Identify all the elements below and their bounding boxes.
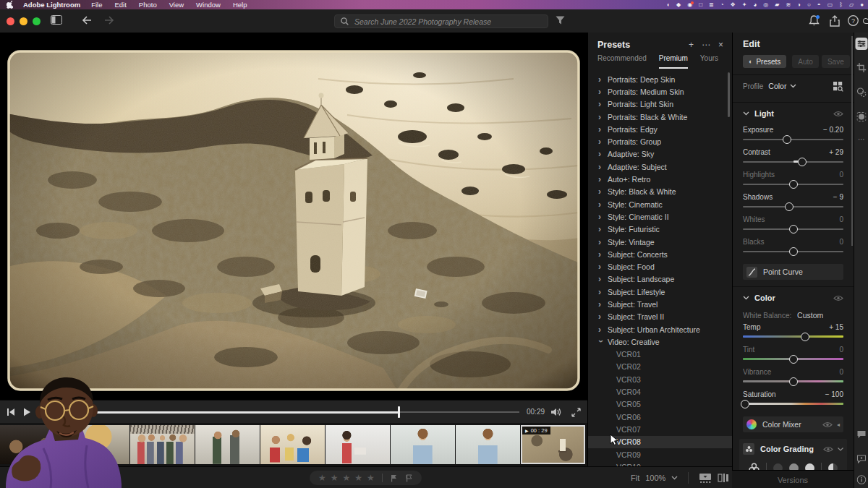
preset-group-style-black-white[interactable]: ›Style: Black & White [588,186,733,198]
headset-icon[interactable]: ◖ [666,0,670,9]
eye-icon[interactable] [823,446,833,453]
color-mixer-button[interactable]: Color Mixer ◂ [743,416,843,432]
step-back-icon[interactable] [6,407,16,417]
slider-temp[interactable]: Temp+ 15 [743,322,843,342]
white-balance-row[interactable]: White Balance: Custom [743,311,843,320]
star-icon[interactable]: ★ [354,471,362,485]
presets-button[interactable]: ◐ Presets [743,55,786,68]
preset-group-portraits-deep-skin[interactable]: ›Portraits: Deep Skin [588,73,733,85]
minimize-window-button[interactable] [20,17,27,25]
slider-track[interactable] [743,134,843,145]
preset-group-subject-urban-architecture[interactable]: ›Subject: Urban Architecture [588,323,733,335]
versions-bar[interactable]: Versions [732,470,854,488]
spotlight-search-icon[interactable]: ○ [807,0,811,9]
chevron-right-icon[interactable]: › [598,212,608,222]
star-icon[interactable]: ★ [318,471,326,485]
wifi-icon[interactable]: ≋ [786,0,791,9]
slider-blacks[interactable]: Blacks0 [743,237,843,257]
preset-item-vcr03[interactable]: VCR03 [588,373,733,385]
chevron-right-icon[interactable]: › [598,99,608,109]
clip-interior[interactable] [0,425,64,464]
cloud-sync-icon[interactable] [863,17,868,25]
menu-edit[interactable]: Edit [114,1,126,9]
slider-thumb[interactable] [783,135,791,144]
preset-group-portraits-black-white[interactable]: ›Portraits: Black & White [588,111,733,123]
color-grading-header[interactable]: Color Grading [743,442,843,456]
chevron-right-icon[interactable]: › [598,174,608,184]
add-preset-icon[interactable]: + [689,40,694,50]
preset-group-portraits-medium-skin[interactable]: ›Portraits: Medium Skin [588,85,733,98]
preset-group-style-futuristic[interactable]: ›Style: Futuristic [588,223,733,236]
preset-group-portraits-light-skin[interactable]: ›Portraits: Light Skin [588,98,733,111]
slider-thumb[interactable] [789,225,798,234]
clip-woman-blonde[interactable] [65,425,129,464]
preset-group-style-cinematic[interactable]: ›Style: Cinematic [588,198,733,210]
bluetooth-icon[interactable]: ᛒ [839,0,843,9]
preset-group-subject-travel[interactable]: ›Subject: Travel [588,298,733,310]
menu-help[interactable]: Help [233,1,247,9]
profile-value[interactable]: Color [768,82,786,90]
preset-item-vcr01[interactable]: VCR01 [588,348,733,361]
preset-item-vcr04[interactable]: VCR04 [588,385,733,398]
slider-vibrance[interactable]: Vibrance0 [743,367,843,387]
clip-office-group[interactable] [130,425,195,464]
globe-dark-icon[interactable]: ◕ [753,0,757,9]
slider-track[interactable] [743,376,843,387]
slider-thumb[interactable] [798,158,807,166]
zoom-window-button[interactable] [33,17,41,25]
screen-record-icon[interactable]: ◉ [687,0,692,9]
menu-photo[interactable]: Photo [139,1,157,9]
chevron-right-icon[interactable]: › [598,187,608,197]
chevron-right-icon[interactable]: › [598,312,608,322]
chevron-right-icon[interactable]: › [598,299,608,309]
slider-thumb[interactable] [789,355,798,364]
filter-icon[interactable] [556,16,565,25]
preset-group-adaptive-subject[interactable]: ›Adaptive: Subject [588,160,733,173]
forward-icon[interactable] [104,15,115,25]
color-section-header[interactable]: Color [743,289,843,307]
chevron-right-icon[interactable]: › [598,237,608,247]
preset-group-subject-food[interactable]: ›Subject: Food [588,260,733,273]
slider-track[interactable] [743,223,843,234]
presets-scrollbar[interactable] [728,72,730,117]
before-after-compare-icon[interactable] [718,473,729,483]
tab-premium[interactable]: Premium [659,54,688,69]
clip-woman-tablet[interactable] [326,425,390,464]
clip-woman-portrait-2[interactable] [456,425,520,464]
chevron-down-icon[interactable]: › [596,340,606,349]
clip-two-people[interactable] [195,425,260,464]
chevron-right-icon[interactable]: › [598,287,608,297]
preset-group-subject-concerts[interactable]: ›Subject: Concerts [588,248,733,260]
slider-whites[interactable]: Whites0 [743,215,843,234]
preset-group-subject-landscape[interactable]: ›Subject: Landscape [588,273,733,286]
display-mirror-icon[interactable]: □ [699,0,702,9]
preset-group-subject-lifestyle[interactable]: ›Subject: Lifestyle [588,286,733,298]
chevron-down-icon[interactable] [743,111,749,116]
sidebar-toggle-icon[interactable] [51,15,62,25]
slider-contrast[interactable]: Contrast+ 29 [743,147,843,167]
share-icon[interactable] [830,15,840,27]
zoom-level[interactable]: 100% [645,474,665,482]
slider-track[interactable] [743,398,843,409]
slider-track[interactable] [743,246,843,257]
preset-item-vcr10[interactable]: VCR10 [588,461,733,466]
fit-label[interactable]: Fit [631,474,639,482]
globe-icon[interactable]: ◎ [763,0,768,9]
info-icon[interactable] [857,475,867,484]
preset-item-vcr05[interactable]: VCR05 [588,398,733,411]
slider-thumb[interactable] [789,247,798,256]
chevron-right-icon[interactable]: › [598,200,608,210]
chevron-down-icon[interactable] [838,448,843,451]
profile-row[interactable]: Profile Color [743,77,843,95]
preset-group-video-creative[interactable]: ›Video: Creative [588,335,733,348]
edit-panel-scrollbar[interactable] [851,36,853,246]
fullscreen-icon[interactable] [571,408,581,417]
menu-adobe-lightroom[interactable]: Adobe Lightroom [23,1,80,9]
clip-lighthouse-video[interactable]: ▶00 : 29 [521,425,585,464]
audio-wave-icon[interactable]: ≣ [709,0,714,9]
display-icon[interactable]: ▭ [827,0,833,9]
dropbox-icon[interactable]: ❖ [731,0,736,9]
preset-group-subject-travel-ii[interactable]: ›Subject: Travel II [588,311,733,323]
chevron-down-icon[interactable] [743,296,749,300]
preset-item-vcr06[interactable]: VCR06 [588,411,733,423]
